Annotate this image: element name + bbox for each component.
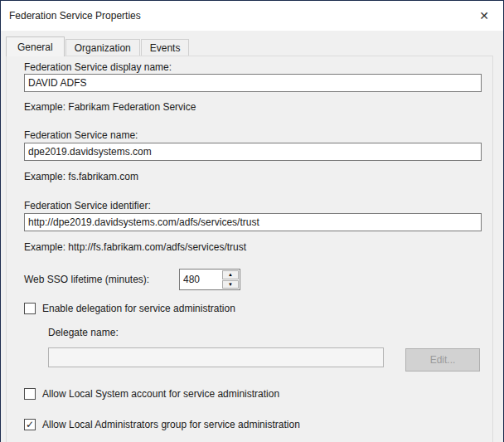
local-system-label: Allow Local System account for service a… <box>42 388 279 400</box>
service-name-input[interactable] <box>24 143 482 161</box>
local-admins-checkbox[interactable]: ✓ <box>24 419 36 430</box>
display-name-example: Example: Fabrikam Federation Service <box>24 101 196 113</box>
delegate-name-input[interactable] <box>48 347 384 367</box>
spin-up-icon[interactable]: ▲ <box>222 270 239 279</box>
service-name-example: Example: fs.fabrikam.com <box>24 171 138 182</box>
window-title: Federation Service Properties <box>1 10 141 22</box>
local-system-row[interactable]: Allow Local System account for service a… <box>24 388 279 400</box>
enable-delegation-row[interactable]: Enable delegation for service administra… <box>24 303 235 314</box>
dialog-body: General Organization Events Federation S… <box>1 31 503 442</box>
tab-events[interactable]: Events <box>141 39 190 56</box>
service-name-label: Federation Service name: <box>24 129 138 141</box>
federation-service-properties-dialog: Federation Service Properties ✕ General … <box>0 0 504 442</box>
identifier-label: Federation Service identifier: <box>24 200 151 211</box>
tabstrip: General Organization Events <box>6 36 190 56</box>
edit-button[interactable]: Edit... <box>405 348 480 372</box>
display-name-input[interactable] <box>24 74 482 92</box>
enable-delegation-label: Enable delegation for service administra… <box>42 303 235 314</box>
delegate-name-label: Delegate name: <box>48 327 119 338</box>
sso-lifetime-input[interactable] <box>180 270 221 289</box>
identifier-input[interactable] <box>24 213 482 231</box>
close-icon[interactable]: ✕ <box>465 1 503 31</box>
titlebar: Federation Service Properties ✕ <box>1 1 503 31</box>
spin-buttons: ▲ ▼ <box>221 270 240 289</box>
local-admins-label: Allow Local Administrators group for ser… <box>42 419 300 430</box>
sso-lifetime-label: Web SSO lifetime (minutes): <box>24 274 149 285</box>
tab-organization[interactable]: Organization <box>65 39 140 56</box>
display-name-label: Federation Service display name: <box>24 61 172 73</box>
tab-page-general: Federation Service display name: Example… <box>6 56 493 442</box>
enable-delegation-checkbox[interactable] <box>24 303 36 314</box>
local-system-checkbox[interactable] <box>24 388 36 400</box>
identifier-example: Example: http://fs.fabrikam.com/adfs/ser… <box>24 241 246 253</box>
spin-down-icon[interactable]: ▼ <box>222 280 239 289</box>
local-admins-row[interactable]: ✓ Allow Local Administrators group for s… <box>24 419 300 430</box>
sso-lifetime-stepper: ▲ ▼ <box>179 269 240 290</box>
tab-general[interactable]: General <box>6 36 65 56</box>
